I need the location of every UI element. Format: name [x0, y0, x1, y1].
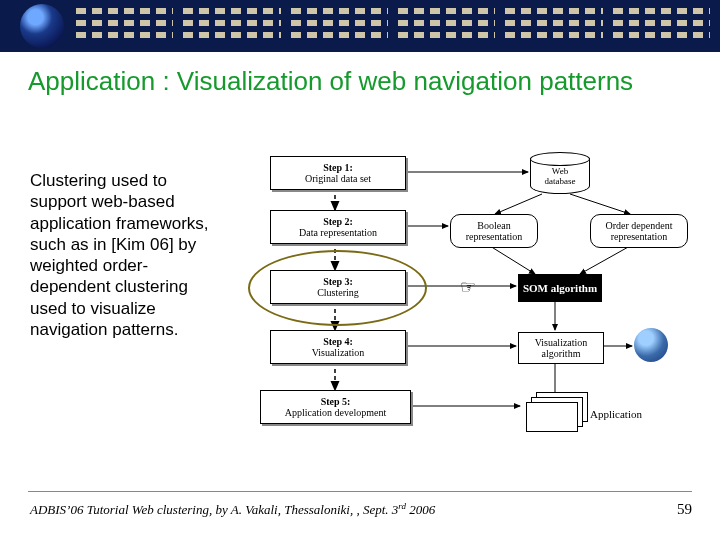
- svg-line-6: [570, 194, 630, 214]
- globe-icon: [20, 4, 64, 48]
- page-number: 59: [677, 501, 692, 518]
- step-4-box: Step 4: Visualization: [270, 330, 406, 364]
- footer-divider: [28, 491, 692, 492]
- step-1-box: Step 1: Original data set: [270, 156, 406, 190]
- web-database-cylinder: Webdatabase: [530, 152, 590, 194]
- svg-line-8: [490, 246, 535, 274]
- som-label: SOM algorithm: [523, 282, 597, 294]
- boolean-rep-box: Boolean representation: [450, 214, 538, 248]
- step-4-head: Step 4:: [323, 336, 353, 347]
- highlight-circle: [248, 250, 427, 326]
- step-1-sub: Original data set: [305, 173, 371, 184]
- svg-line-5: [495, 194, 542, 214]
- visualization-alg-label: Visualization algorithm: [521, 337, 601, 359]
- step-5-box: Step 5: Application development: [260, 390, 411, 424]
- step-1-head: Step 1:: [323, 162, 353, 173]
- slide-title: Application : Visualization of web navig…: [28, 66, 692, 97]
- pointer-hand-icon: ☞: [460, 276, 476, 298]
- order-rep-label: Order dependent representation: [593, 220, 685, 242]
- footer-citation: ADBIS’06 Tutorial Web clustering, by A. …: [30, 501, 435, 518]
- svg-line-9: [580, 246, 630, 274]
- globe-small-icon: [634, 328, 668, 362]
- som-box: SOM algorithm: [518, 274, 602, 302]
- header-world-strip: [0, 0, 720, 52]
- step-5-head: Step 5:: [321, 396, 351, 407]
- world-map-grid: [70, 8, 710, 44]
- order-rep-box: Order dependent representation: [590, 214, 688, 248]
- step-2-head: Step 2:: [323, 216, 353, 227]
- step-2-box: Step 2: Data representation: [270, 210, 406, 244]
- step-2-sub: Data representation: [299, 227, 377, 238]
- visualization-alg-box: Visualization algorithm: [518, 332, 604, 364]
- process-diagram: Step 1: Original data set Step 2: Data r…: [230, 150, 700, 470]
- boolean-rep-label: Boolean representation: [453, 220, 535, 242]
- step-4-sub: Visualization: [312, 347, 365, 358]
- step-5-sub: Application development: [285, 407, 386, 418]
- application-label: Application: [590, 408, 642, 420]
- slide-body-text: Clustering used to support web-based app…: [30, 170, 210, 340]
